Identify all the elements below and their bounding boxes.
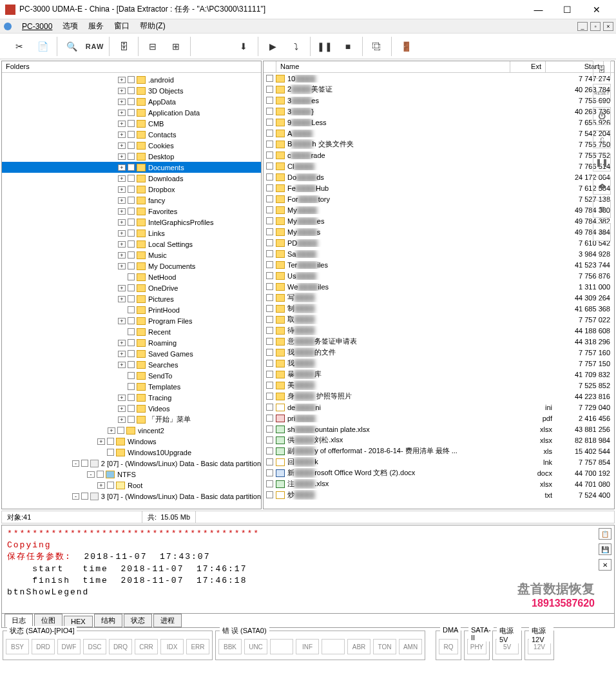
file-checkbox[interactable] xyxy=(266,97,273,104)
tree-checkbox[interactable] xyxy=(128,317,135,324)
tree-checkbox[interactable] xyxy=(128,350,135,357)
tree-item[interactable]: +Videos xyxy=(2,403,261,414)
expand-toggle[interactable]: + xyxy=(118,121,126,127)
list-item[interactable]: 副████y of offerformat - 2018-6-14- 费用清单 … xyxy=(264,445,614,456)
expand-toggle[interactable]: + xyxy=(118,197,126,204)
list-item[interactable]: Cl████7 766 514 xyxy=(264,161,614,171)
tree-checkbox[interactable] xyxy=(128,98,135,105)
tree-checkbox[interactable] xyxy=(128,142,135,149)
tree-item[interactable]: +Tracing xyxy=(2,392,261,403)
tree-checkbox[interactable] xyxy=(128,251,135,259)
tree-checkbox[interactable] xyxy=(128,131,135,138)
layers-icon[interactable]: ≣ xyxy=(593,200,611,218)
log-tab[interactable]: 状态 xyxy=(124,614,152,627)
list-item[interactable]: 制████41 685 368 xyxy=(264,303,614,314)
expand-toggle[interactable]: - xyxy=(87,471,95,478)
tree-item[interactable]: +Desktop xyxy=(2,151,261,162)
tree-checkbox[interactable] xyxy=(128,197,135,204)
file-checkbox[interactable] xyxy=(266,458,273,465)
folder-tree[interactable]: +.android+3D Objects+AppData+Application… xyxy=(2,73,261,509)
list-item[interactable]: 炒████txt7 524 400 xyxy=(264,489,614,500)
col-name[interactable]: Name xyxy=(276,61,510,72)
expand-toggle[interactable]: + xyxy=(118,219,126,226)
expand-toggle[interactable]: + xyxy=(118,340,126,346)
expand-toggle[interactable]: + xyxy=(118,208,126,215)
expand-toggle[interactable] xyxy=(97,449,105,456)
expand-toggle[interactable]: + xyxy=(118,230,126,237)
file-checkbox[interactable] xyxy=(266,338,273,345)
tree-item[interactable]: +My Documents xyxy=(2,260,261,271)
tree-item[interactable]: -2 [07] - (Windows/Linux) Data - Basic d… xyxy=(2,458,261,469)
tree-item[interactable]: SendTo xyxy=(2,370,261,381)
tree-item[interactable]: NetHood xyxy=(2,271,261,282)
tree-checkbox[interactable] xyxy=(128,175,135,182)
tree-item[interactable]: PrintHood xyxy=(2,304,261,315)
tree-item[interactable]: +Dropbox xyxy=(2,184,261,195)
expand-toggle[interactable]: + xyxy=(118,241,126,248)
file-checkbox[interactable] xyxy=(266,250,273,257)
expand-toggle[interactable]: + xyxy=(108,427,115,434)
expand-toggle[interactable]: + xyxy=(118,285,126,291)
tree-checkbox[interactable] xyxy=(107,449,114,456)
file-checkbox[interactable] xyxy=(266,195,273,202)
tree-checkbox[interactable] xyxy=(128,87,135,94)
binoculars-icon[interactable]: 🔍 xyxy=(60,35,83,57)
tree-checkbox[interactable] xyxy=(128,120,135,127)
list-item[interactable]: sh████ountain plate.xlsxxlsx43 881 256 xyxy=(264,424,614,435)
tree-checkbox[interactable] xyxy=(128,230,135,237)
log-tool-clear[interactable]: ✕ xyxy=(599,559,611,571)
mdi-minimize[interactable]: _ xyxy=(577,22,588,31)
raw-button[interactable]: RAW xyxy=(83,35,106,57)
import-icon[interactable]: ⬇ xyxy=(232,35,255,57)
tree-item[interactable]: +Local Settings xyxy=(2,239,261,249)
tree-item[interactable]: Recent xyxy=(2,326,261,337)
list-item[interactable]: 3████}40 263 736 xyxy=(264,106,614,117)
tree-checkbox[interactable] xyxy=(128,186,135,193)
file-checkbox[interactable] xyxy=(266,371,273,378)
expand-toggle[interactable] xyxy=(118,373,126,379)
list-item[interactable]: 身████ 护照等照片44 223 816 xyxy=(264,391,614,402)
list-item[interactable]: 9████Less7 655 926 xyxy=(264,117,614,128)
file-checkbox[interactable] xyxy=(266,217,273,224)
tree-checkbox[interactable] xyxy=(128,416,135,423)
expand-toggle[interactable]: + xyxy=(118,175,126,182)
file-checkbox[interactable] xyxy=(266,206,273,213)
tree-item[interactable]: +Searches xyxy=(2,359,261,370)
tree-checkbox[interactable] xyxy=(128,240,135,248)
file-checkbox[interactable] xyxy=(266,426,273,433)
file-checkbox[interactable] xyxy=(266,491,273,498)
list-item[interactable]: 新████rosoft Office Word 文档 (2).docxdocx4… xyxy=(264,467,614,478)
tree-checkbox[interactable] xyxy=(128,405,135,412)
menu-options[interactable]: 选项 xyxy=(57,19,83,33)
tree-checkbox[interactable] xyxy=(128,164,135,171)
tree-item[interactable]: +Program Files xyxy=(2,315,261,326)
expand-toggle[interactable]: + xyxy=(118,186,126,193)
tree-item[interactable]: +CMB xyxy=(2,118,261,129)
file-checkbox[interactable] xyxy=(266,239,273,246)
connector-icon[interactable]: ⎌ xyxy=(593,130,611,148)
list-item[interactable]: de████niini7 729 040 xyxy=(264,402,614,413)
log-tab[interactable]: 日志 xyxy=(5,614,33,627)
expand-toggle[interactable]: + xyxy=(118,362,126,368)
list-item[interactable]: 2████美签证40 263 784 xyxy=(264,84,614,95)
exit-icon[interactable]: 🚪 xyxy=(394,35,418,57)
tree-checkbox[interactable] xyxy=(97,471,104,478)
mdi-close[interactable]: × xyxy=(603,22,613,31)
tree-item[interactable]: +Favorites xyxy=(2,206,261,217)
list-item[interactable]: Sa████3 984 928 xyxy=(264,248,614,259)
tree-checkbox[interactable] xyxy=(128,394,135,401)
list-item[interactable]: My████s49 784 384 xyxy=(264,226,614,237)
tree-item[interactable]: Windows10Upgrade xyxy=(2,447,261,458)
list-item[interactable]: 回████klnk7 757 854 xyxy=(264,456,614,467)
log-tool-save[interactable]: 💾 xyxy=(599,543,611,555)
list-item[interactable]: 暴████库41 709 832 xyxy=(264,369,614,380)
tree-checkbox[interactable] xyxy=(128,262,135,269)
tree-expand-icon[interactable]: ⊞ xyxy=(164,35,188,57)
expand-toggle[interactable]: + xyxy=(118,77,126,83)
disk-action-icon[interactable]: 🗄 xyxy=(593,61,611,79)
tree-checkbox[interactable] xyxy=(128,153,135,160)
tree-checkbox[interactable] xyxy=(128,328,135,335)
menu-window[interactable]: 窗口 xyxy=(109,19,135,33)
file-checkbox[interactable] xyxy=(266,261,273,268)
file-checkbox[interactable] xyxy=(266,108,273,115)
